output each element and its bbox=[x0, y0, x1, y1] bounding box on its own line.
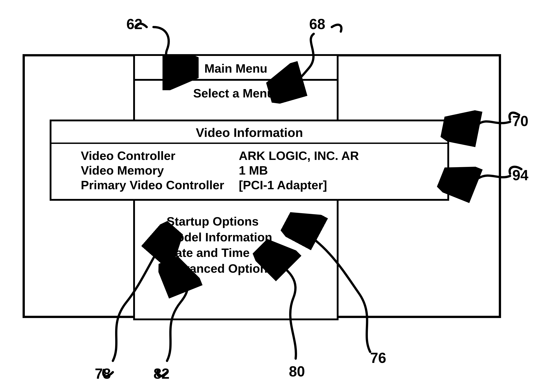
callout-arrows bbox=[0, 0, 548, 392]
